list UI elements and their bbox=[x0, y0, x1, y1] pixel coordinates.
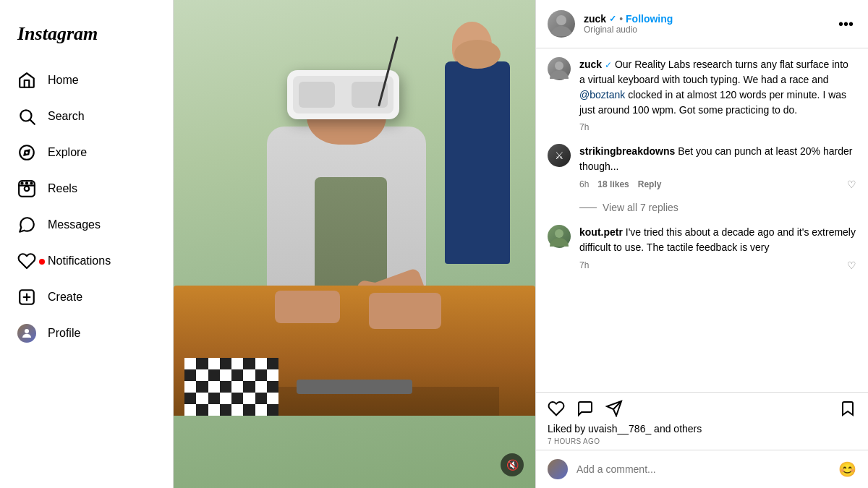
comment-input-field[interactable] bbox=[576, 463, 830, 475]
comment-2: kout.petr I've tried this about a decade… bbox=[548, 225, 856, 271]
reels-icon bbox=[17, 179, 36, 198]
sidebar-item-search[interactable]: Search bbox=[9, 98, 164, 134]
username-text: zuck bbox=[584, 13, 606, 25]
svg-point-6 bbox=[25, 187, 30, 192]
sidebar-item-create-label: Create bbox=[48, 291, 82, 304]
comment-2-body: kout.petr I've tried this about a decade… bbox=[579, 225, 856, 271]
sidebar-item-home-label: Home bbox=[48, 74, 79, 87]
view-replies-text: View all 7 replies bbox=[603, 202, 678, 213]
sidebar-item-messages-label: Messages bbox=[48, 218, 101, 231]
post-image: 🔇 bbox=[174, 0, 535, 488]
comment-1-avatar[interactable]: ⚔ bbox=[548, 144, 571, 167]
svg-point-9 bbox=[26, 182, 27, 184]
comment-1: ⚔ strikingbreakdowns Bet you can punch a… bbox=[548, 144, 856, 190]
comment-1-time: 6h bbox=[579, 179, 589, 189]
following-label[interactable]: Following bbox=[626, 13, 673, 25]
post-owner-username: zuck ✓ • Following bbox=[584, 13, 827, 25]
comment-1-body: strikingbreakdowns Bet you can punch at … bbox=[579, 144, 856, 190]
sidebar-item-search-label: Search bbox=[48, 110, 85, 123]
instagram-logo: Instagram bbox=[9, 12, 164, 62]
create-icon bbox=[17, 288, 36, 307]
comment-1-meta: 6h 18 likes Reply ♡ bbox=[579, 179, 856, 190]
post-header: zuck ✓ • Following Original audio ••• bbox=[536, 0, 868, 48]
comment-2-meta: 7h ♡ bbox=[579, 260, 856, 271]
post-header-subtext: Original audio bbox=[584, 25, 827, 35]
svg-point-14 bbox=[25, 329, 29, 333]
main-comment: zuck ✓ Our Reality Labs research turns a… bbox=[548, 57, 856, 132]
main-comment-content: Our Reality Labs research turns any flat… bbox=[579, 59, 848, 85]
liked-by-text: Liked by uvaish__786_ and others bbox=[548, 423, 856, 435]
separator: • bbox=[619, 13, 623, 25]
svg-point-8 bbox=[21, 182, 22, 184]
sidebar-item-explore[interactable]: Explore bbox=[9, 134, 164, 171]
main-comment-verified: ✓ bbox=[605, 60, 612, 70]
sidebar-item-reels-label: Reels bbox=[48, 182, 77, 195]
svg-point-16 bbox=[555, 61, 563, 70]
profile-avatar bbox=[17, 324, 36, 343]
notification-dot bbox=[39, 259, 45, 265]
search-icon bbox=[17, 107, 36, 126]
post-image-container: 🔇 bbox=[174, 0, 535, 488]
home-icon bbox=[17, 71, 36, 90]
bookmark-button[interactable] bbox=[839, 400, 856, 417]
more-options-button[interactable]: ••• bbox=[835, 13, 856, 35]
svg-line-1 bbox=[30, 120, 35, 124]
sidebar-item-reels[interactable]: Reels bbox=[9, 171, 164, 207]
comment-1-likes: 18 likes bbox=[597, 179, 629, 189]
comment-2-time: 7h bbox=[579, 260, 589, 270]
main-comment-time: 7h bbox=[579, 122, 589, 132]
comment-1-username[interactable]: strikingbreakdowns bbox=[579, 145, 675, 157]
comment-1-text: strikingbreakdowns Bet you can punch at … bbox=[579, 144, 856, 174]
notifications-icon bbox=[17, 252, 36, 270]
mention-boztank[interactable]: @boztank bbox=[579, 89, 625, 100]
comment-1-reply[interactable]: Reply bbox=[638, 179, 662, 189]
comment-input-area: 😊 bbox=[536, 450, 868, 488]
commenter-avatar bbox=[548, 459, 568, 479]
comment-2-heart[interactable]: ♡ bbox=[847, 260, 856, 271]
sidebar-item-profile[interactable]: Profile bbox=[9, 315, 164, 351]
like-button[interactable] bbox=[548, 400, 565, 417]
view-replies[interactable]: View all 7 replies bbox=[579, 202, 856, 213]
mute-button[interactable]: 🔇 bbox=[501, 453, 524, 476]
sidebar-item-messages[interactable]: Messages bbox=[9, 207, 164, 243]
post-panel: zuck ✓ • Following Original audio ••• bbox=[535, 0, 868, 488]
main-content: 🔇 zuck ✓ • Following Original audio bbox=[174, 0, 868, 488]
svg-point-17 bbox=[555, 229, 563, 238]
sidebar: Instagram Home Search Expl bbox=[0, 0, 174, 488]
sidebar-item-profile-label: Profile bbox=[48, 327, 80, 340]
post-actions: Liked by uvaish__786_ and others 7 HOURS… bbox=[536, 392, 868, 450]
sidebar-item-create[interactable]: Create bbox=[9, 279, 164, 315]
sidebar-item-home[interactable]: Home bbox=[9, 62, 164, 98]
emoji-button[interactable]: 😊 bbox=[838, 461, 856, 478]
comment-2-username[interactable]: kout.petr bbox=[579, 226, 623, 238]
comments-section: zuck ✓ Our Reality Labs research turns a… bbox=[536, 48, 868, 392]
share-button[interactable] bbox=[605, 400, 623, 417]
post-time: 7 HOURS AGO bbox=[548, 437, 856, 445]
main-comment-username[interactable]: zuck bbox=[579, 59, 602, 70]
post-owner-avatar[interactable] bbox=[548, 10, 575, 38]
comment-2-avatar[interactable] bbox=[548, 225, 571, 248]
post-header-info: zuck ✓ • Following Original audio bbox=[584, 13, 827, 35]
main-comment-body: zuck ✓ Our Reality Labs research turns a… bbox=[579, 57, 856, 132]
sidebar-item-notifications-label: Notifications bbox=[48, 254, 111, 267]
comment-button[interactable] bbox=[576, 400, 594, 417]
verified-badge: ✓ bbox=[609, 14, 616, 24]
sidebar-item-notifications[interactable]: Notifications bbox=[9, 243, 164, 279]
svg-point-10 bbox=[30, 182, 32, 184]
svg-point-15 bbox=[556, 15, 566, 25]
comment-1-heart[interactable]: ♡ bbox=[847, 179, 856, 190]
main-comment-meta: 7h bbox=[579, 122, 856, 132]
explore-icon bbox=[17, 143, 36, 162]
messages-icon bbox=[17, 215, 36, 234]
svg-point-4 bbox=[25, 151, 27, 153]
main-comment-text: zuck ✓ Our Reality Labs research turns a… bbox=[579, 57, 856, 118]
chess-board bbox=[184, 358, 278, 416]
action-icons-row bbox=[548, 400, 856, 417]
main-comment-avatar[interactable] bbox=[548, 57, 571, 80]
comment-2-text: kout.petr I've tried this about a decade… bbox=[579, 225, 856, 255]
sidebar-item-explore-label: Explore bbox=[48, 146, 87, 159]
